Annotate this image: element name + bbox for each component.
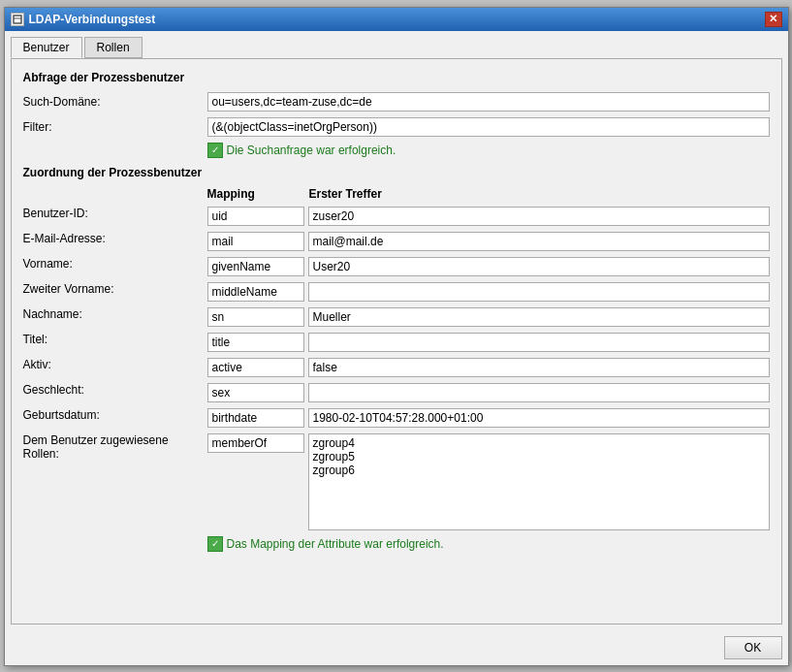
geschlecht-label: Geschlecht: (23, 383, 207, 397)
vorname-result[interactable] (308, 257, 770, 276)
zweiter-vorname-result[interactable] (308, 282, 770, 302)
rollen-label: Dem Benutzer zugewiesene Rollen: (23, 433, 207, 461)
check-icon: ✓ (207, 143, 223, 158)
filter-label: Filter: (23, 120, 207, 134)
such-domain-label: Such-Domäne: (23, 95, 207, 109)
nachname-mapping[interactable] (207, 307, 304, 327)
geschlecht-mapping[interactable] (207, 383, 304, 402)
content-area: Benutzer Rollen Abfrage der Prozessbenut… (5, 31, 788, 630)
table-row: Benutzer-ID: (23, 207, 770, 226)
geburtsdatum-label: Geburtsdatum: (23, 408, 207, 422)
titel-label: Titel: (23, 333, 207, 346)
table-row: Zweiter Vorname: (23, 282, 770, 302)
email-result[interactable] (308, 232, 770, 251)
tabs: Benutzer Rollen (11, 37, 782, 58)
table-row: Nachname: (23, 307, 770, 327)
rollen-row: Dem Benutzer zugewiesene Rollen: (23, 433, 770, 530)
geburtsdatum-result[interactable] (308, 408, 770, 428)
vorname-label: Vorname: (23, 257, 207, 271)
main-window: LDAP-Verbindungstest ✕ Benutzer Rollen A… (4, 7, 789, 666)
tab-benutzer[interactable]: Benutzer (11, 37, 82, 58)
table-row: Titel: (23, 333, 770, 352)
filter-row: Filter: (23, 117, 770, 137)
ok-button[interactable]: OK (724, 636, 782, 659)
erster-treffer-col-header: Erster Treffer (309, 187, 770, 201)
benutzer-id-result[interactable] (308, 207, 770, 226)
abfrage-success-text: Die Suchanfrage war erfolgreich. (227, 144, 396, 157)
check-icon-mapping: ✓ (207, 536, 223, 552)
tab-rollen[interactable]: Rollen (84, 37, 143, 58)
rollen-result[interactable] (308, 433, 770, 530)
close-button[interactable]: ✕ (765, 12, 782, 27)
such-domain-row: Such-Domäne: (23, 92, 770, 112)
titlebar: LDAP-Verbindungstest ✕ (5, 8, 788, 31)
tab-content: Abfrage der Prozessbenutzer Such-Domäne:… (11, 58, 782, 624)
mapping-header: Mapping Erster Treffer (23, 187, 770, 201)
mapping-success: ✓ Das Mapping der Attribute war erfolgre… (207, 536, 770, 552)
zweiter-vorname-label: Zweiter Vorname: (23, 282, 207, 296)
aktiv-result[interactable] (308, 358, 770, 377)
abfrage-success: ✓ Die Suchanfrage war erfolgreich. (207, 143, 770, 158)
window-icon (11, 13, 24, 26)
nachname-label: Nachname: (23, 307, 207, 321)
email-label: E-Mail-Adresse: (23, 232, 207, 245)
zweiter-vorname-mapping[interactable] (207, 282, 304, 302)
such-domain-input[interactable] (207, 92, 770, 112)
aktiv-label: Aktiv: (23, 358, 207, 371)
table-row: Aktiv: (23, 358, 770, 377)
footer: OK (5, 630, 788, 665)
mapping-header-spacer (23, 187, 207, 201)
geburtsdatum-mapping[interactable] (207, 408, 304, 428)
email-mapping[interactable] (207, 232, 304, 251)
titlebar-left: LDAP-Verbindungstest (11, 13, 156, 26)
mapping-col-header: Mapping (207, 187, 309, 201)
benutzer-id-label: Benutzer-ID: (23, 207, 207, 220)
window-title: LDAP-Verbindungstest (29, 13, 156, 26)
benutzer-id-mapping[interactable] (207, 207, 304, 226)
geschlecht-result[interactable] (308, 383, 770, 402)
vorname-mapping[interactable] (207, 257, 304, 276)
mapping-success-text: Das Mapping der Attribute war erfolgreic… (227, 537, 444, 551)
titel-result[interactable] (308, 333, 770, 352)
filter-input[interactable] (207, 117, 770, 137)
table-row: Vorname: (23, 257, 770, 276)
abfrage-section-title: Abfrage der Prozessbenutzer (23, 71, 770, 84)
table-row: E-Mail-Adresse: (23, 232, 770, 251)
titel-mapping[interactable] (207, 333, 304, 352)
table-row: Geschlecht: (23, 383, 770, 402)
nachname-result[interactable] (308, 307, 770, 327)
aktiv-mapping[interactable] (207, 358, 304, 377)
zuordnung-section-title: Zuordnung der Prozessbenutzer (23, 166, 770, 179)
svg-rect-0 (14, 16, 21, 23)
table-row: Geburtsdatum: (23, 408, 770, 428)
rollen-mapping[interactable] (207, 433, 304, 453)
